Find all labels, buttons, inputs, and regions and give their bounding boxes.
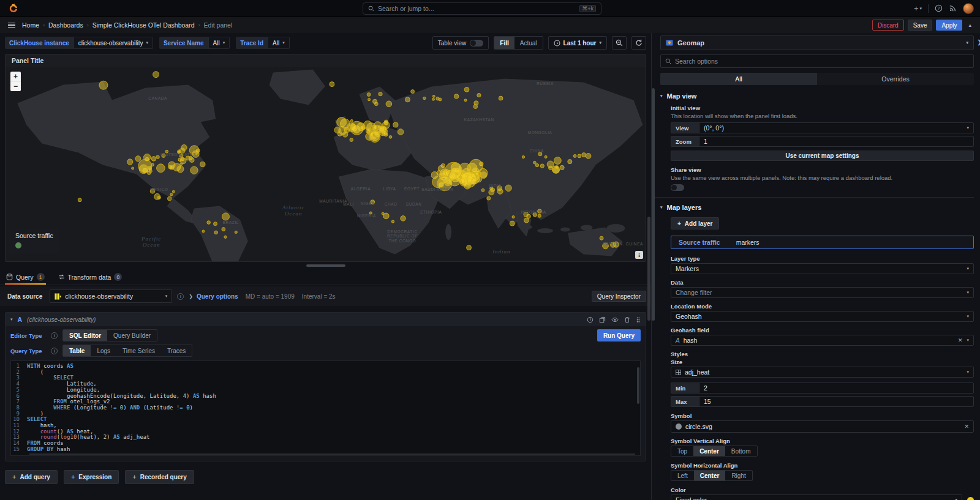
query-inspector-button[interactable]: Query Inspector bbox=[592, 291, 646, 302]
actual-option[interactable]: Actual bbox=[514, 37, 543, 49]
min-size-input[interactable] bbox=[704, 384, 969, 392]
visualization-picker[interactable]: Geomap ▾ ❯ bbox=[660, 35, 974, 50]
add-query-button[interactable]: +Add query bbox=[5, 470, 58, 484]
breadcrumb-dashboard-name[interactable]: Simple ClickHouse OTel Dashboard bbox=[92, 21, 195, 29]
sql-editor-option[interactable]: SQL Editor bbox=[63, 330, 107, 341]
halign-left-option[interactable]: Left bbox=[671, 471, 694, 480]
query-builder-option[interactable]: Query Builder bbox=[107, 330, 157, 341]
collapse-toolbar-icon[interactable]: ▴ bbox=[966, 22, 974, 28]
collapse-options-pane-icon[interactable]: ❯ bbox=[977, 39, 980, 45]
duplicate-query-icon[interactable] bbox=[599, 316, 606, 323]
share-view-toggle[interactable] bbox=[671, 184, 684, 191]
tab-all-options[interactable]: All bbox=[660, 73, 817, 85]
run-query-button[interactable]: Run Query bbox=[597, 329, 641, 341]
view-select[interactable]: (0°, 0°) ▾ bbox=[699, 122, 974, 133]
options-search[interactable] bbox=[660, 54, 974, 68]
color-select[interactable]: Fixed color ▾ bbox=[671, 494, 962, 500]
tab-transform-data[interactable]: Transform data 0 bbox=[57, 273, 124, 285]
query-options-link[interactable]: Query options bbox=[197, 293, 238, 300]
remove-query-trash-icon[interactable] bbox=[624, 316, 630, 323]
geohash-field-select[interactable]: A hash ✕ ▾ bbox=[671, 335, 974, 346]
menu-toggle-icon[interactable] bbox=[6, 21, 17, 30]
valign-bottom-option[interactable]: Bottom bbox=[725, 446, 757, 456]
code-editor-hscrollbar[interactable] bbox=[29, 453, 635, 455]
refresh-button[interactable] bbox=[631, 36, 646, 50]
discard-button[interactable]: Discard bbox=[872, 20, 904, 31]
tab-overrides[interactable]: Overrides bbox=[817, 73, 974, 85]
datasource-help-icon[interactable]: i bbox=[177, 293, 184, 300]
save-button[interactable]: Save bbox=[908, 20, 933, 31]
search-input[interactable] bbox=[378, 5, 576, 12]
breadcrumb-home[interactable]: Home bbox=[22, 21, 39, 29]
halign-right-option[interactable]: Right bbox=[725, 471, 752, 480]
apply-button[interactable]: Apply bbox=[936, 20, 962, 31]
time-range-picker[interactable]: Last 1 hour ▾ bbox=[548, 36, 607, 50]
options-search-input[interactable] bbox=[675, 58, 969, 65]
clear-icon[interactable]: ✕ bbox=[964, 424, 969, 430]
map-zoom-in-button[interactable]: + bbox=[10, 72, 21, 81]
fill-option[interactable]: Fill bbox=[494, 37, 514, 49]
sidebar-scrollbar[interactable] bbox=[652, 88, 655, 321]
sql-line[interactable]: 11 hash, bbox=[11, 423, 640, 429]
sql-line[interactable]: 8 WHERE (Longitude != 0) AND (Latitude !… bbox=[11, 405, 640, 411]
help-icon[interactable]: ? bbox=[935, 4, 943, 12]
expression-button[interactable]: +Expression bbox=[64, 470, 119, 484]
sql-line[interactable]: 4 Latitude, bbox=[11, 381, 640, 387]
query-history-icon[interactable] bbox=[587, 316, 594, 323]
datasource-picker[interactable]: clickhouse-observability ▾ bbox=[50, 289, 172, 303]
color-swatch[interactable] bbox=[967, 497, 974, 500]
map-attribution-info-icon[interactable]: i bbox=[635, 251, 643, 259]
sql-line[interactable]: 3 SELECT bbox=[11, 375, 640, 381]
time-series-option[interactable]: Time Series bbox=[116, 345, 161, 356]
recorded-query-button[interactable]: +Recorded query bbox=[125, 470, 194, 484]
max-size-input[interactable] bbox=[704, 398, 969, 405]
clear-icon[interactable]: ✕ bbox=[958, 337, 963, 343]
world-map[interactable]: RUSSIACANADAUNITED STATESMEXICOBRAZILKAZ… bbox=[6, 67, 646, 261]
layer-type-select[interactable]: Markers ▾ bbox=[671, 263, 974, 274]
sql-line[interactable]: 9 ) bbox=[11, 411, 640, 417]
hide-response-eye-icon[interactable] bbox=[611, 316, 619, 323]
sql-line[interactable]: 13 round(log10(heat), 2) AS adj_heat bbox=[11, 435, 640, 441]
variable-value-dropdown[interactable]: All▾ bbox=[268, 37, 290, 49]
left-pane-scrollbar[interactable] bbox=[647, 217, 650, 321]
sql-code-editor[interactable]: 1WITH coords AS2 (3 SELECT4 Latitude,5 L… bbox=[10, 360, 641, 456]
zoom-input[interactable] bbox=[704, 138, 969, 145]
editor-type-help-icon[interactable]: i bbox=[51, 332, 58, 339]
use-current-map-settings-button[interactable]: Use current map settings bbox=[671, 151, 974, 161]
query-type-help-icon[interactable]: i bbox=[51, 348, 58, 354]
traces-option[interactable]: Traces bbox=[161, 345, 192, 356]
data-filter-select[interactable]: Change filter ▾ bbox=[671, 287, 974, 298]
size-field-select[interactable]: adj_heat ▾ bbox=[671, 367, 974, 378]
sql-line[interactable]: 2 ( bbox=[11, 370, 640, 376]
collapse-query-icon[interactable]: ▾ bbox=[10, 317, 13, 322]
sql-line[interactable]: 15GROUP BY hash bbox=[11, 447, 640, 453]
user-avatar[interactable] bbox=[963, 3, 974, 14]
pane-resize-handle[interactable] bbox=[306, 264, 345, 267]
tab-query[interactable]: Query 1 bbox=[5, 273, 46, 285]
query-row-header[interactable]: ▾ A (clickhouse-observability) bbox=[6, 313, 646, 326]
table-option[interactable]: Table bbox=[63, 345, 91, 356]
valign-center-option[interactable]: Center bbox=[693, 446, 725, 456]
sql-line[interactable]: 14FROM coords bbox=[11, 441, 640, 447]
table-view-toggle[interactable] bbox=[470, 40, 483, 47]
variable-value-dropdown[interactable]: All▾ bbox=[208, 37, 230, 49]
section-map-view[interactable]: ▾ Map view bbox=[660, 92, 974, 100]
variable-value-dropdown[interactable]: clickhouse-observability▾ bbox=[74, 37, 153, 49]
logs-option[interactable]: Logs bbox=[91, 345, 116, 356]
news-icon[interactable] bbox=[949, 4, 957, 12]
zoom-out-time-button[interactable] bbox=[612, 36, 627, 50]
code-editor-scrollbar[interactable] bbox=[637, 367, 639, 404]
symbol-select[interactable]: circle.svg ✕ bbox=[671, 420, 974, 433]
breadcrumb-dashboards[interactable]: Dashboards bbox=[48, 21, 83, 29]
add-layer-button[interactable]: + Add layer bbox=[671, 217, 719, 229]
layer-item-source-traffic[interactable]: Source traffic markers bbox=[671, 236, 974, 249]
grafana-logo-icon[interactable] bbox=[7, 3, 18, 14]
global-search[interactable]: ⌘+k bbox=[363, 2, 601, 15]
drag-handle-icon[interactable] bbox=[636, 316, 641, 323]
new-menu-button[interactable]: +▾ bbox=[914, 4, 922, 13]
sql-line[interactable]: 10SELECT bbox=[11, 417, 640, 423]
panel-title[interactable]: Panel Title bbox=[6, 54, 646, 67]
section-map-layers[interactable]: ▾ Map layers bbox=[660, 204, 974, 211]
map-zoom-out-button[interactable]: − bbox=[10, 81, 21, 91]
location-mode-select[interactable]: Geohash ▾ bbox=[671, 311, 974, 322]
